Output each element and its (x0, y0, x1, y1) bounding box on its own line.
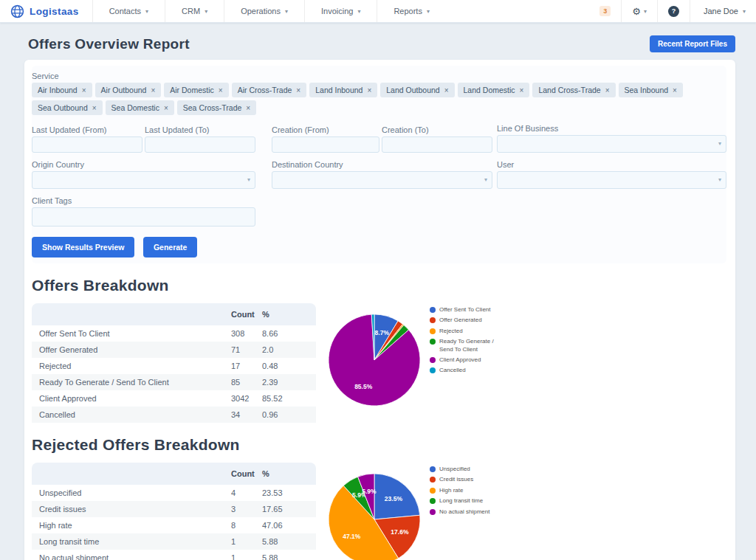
pie-chart-container: 23.5%17.6%47.1%5.9%5.9% (326, 463, 422, 560)
nav-menu-label: CRM (182, 7, 200, 15)
legend-dot-icon (430, 317, 436, 323)
remove-tag-icon[interactable]: × (246, 104, 250, 112)
chevron-down-icon: ▾ (145, 8, 148, 15)
legend-item: Rejected (430, 328, 505, 335)
legend-item: Unspecified (430, 466, 505, 473)
remove-tag-icon[interactable]: × (82, 86, 86, 94)
nav-menu-invoicing[interactable]: Invoicing ▾ (304, 0, 377, 22)
user-menu[interactable]: Jane Doe ▾ (690, 0, 756, 22)
chevron-down-icon: ▾ (357, 8, 360, 15)
service-tag[interactable]: Air Cross-Trade× (232, 83, 307, 97)
service-tag[interactable]: Land Cross-Trade× (532, 83, 615, 97)
legend-dot-icon (430, 307, 436, 313)
legend-label: No actual shipment (439, 508, 489, 516)
service-tag[interactable]: Air Domestic× (164, 83, 228, 97)
table-row: Credit issues317.65 (32, 501, 316, 517)
table-cell: Offer Generated (32, 345, 231, 354)
service-tag-label: Land Cross-Trade (538, 86, 600, 94)
service-tag-label: Land Domestic (464, 86, 515, 94)
remove-tag-icon[interactable]: × (151, 86, 155, 94)
client-tags-input[interactable] (32, 207, 255, 227)
table-body: Offer Sent To Client3088.66Offer Generat… (32, 325, 316, 423)
legend-dot-icon (430, 498, 436, 504)
rejected-breakdown-title: Rejected Offers Breakdown (32, 436, 726, 454)
settings-menu[interactable]: ⚙ ▾ (621, 0, 657, 22)
recent-report-files-button[interactable]: Recent Report Files (650, 35, 735, 52)
remove-tag-icon[interactable]: × (444, 86, 449, 94)
table-cell: 0.48 (262, 362, 316, 370)
show-results-preview-button[interactable]: Show Results Preview (32, 237, 134, 257)
table-cell: 3042 (231, 394, 262, 403)
origin-country-select[interactable] (32, 171, 255, 189)
legend-label: Client Approved (439, 356, 481, 364)
user-select[interactable] (497, 171, 726, 189)
remove-tag-icon[interactable]: × (367, 86, 371, 94)
remove-tag-icon[interactable]: × (605, 86, 610, 94)
destination-country-select[interactable] (272, 171, 492, 189)
service-tag-label: Sea Inbound (625, 86, 669, 94)
table-row: Client Approved304285.52 (32, 390, 316, 407)
service-tag[interactable]: Land Domestic× (458, 83, 530, 97)
service-tag[interactable]: Sea Cross-Trade× (177, 100, 256, 115)
service-tag[interactable]: Land Outbound× (380, 83, 454, 97)
service-tag[interactable]: Sea Inbound× (619, 83, 683, 97)
pie-slice-label: 8.7% (375, 329, 390, 336)
table-cell: 47.06 (262, 521, 316, 530)
pie-slice-label: 85.5% (354, 383, 373, 390)
nav-menu-operations[interactable]: Operations ▾ (224, 0, 304, 22)
service-tag-label: Land Outbound (386, 86, 439, 94)
creation-to-input[interactable] (382, 136, 492, 153)
last-updated-to-label: Last Updated (To) (145, 125, 255, 134)
remove-tag-icon[interactable]: × (92, 104, 97, 112)
line-of-business-select[interactable] (497, 135, 726, 153)
count-column-header: Count (231, 310, 262, 319)
table-row: Offer Sent To Client3088.66 (32, 325, 316, 342)
table-cell: Credit issues (32, 505, 231, 514)
help-button[interactable]: ? (657, 0, 690, 22)
remove-tag-icon[interactable]: × (520, 86, 524, 94)
creation-from-input[interactable] (272, 136, 379, 153)
rejected-breakdown-section: Count % Unspecified423.53Credit issues31… (32, 463, 726, 560)
remove-tag-icon[interactable]: × (673, 86, 677, 94)
table-row: Long transit time15.88 (32, 533, 316, 550)
last-updated-from-input[interactable] (32, 136, 142, 153)
service-tag[interactable]: Land Inbound× (309, 83, 377, 97)
legend-dot-icon (430, 466, 436, 472)
remove-tag-icon[interactable]: × (296, 86, 300, 94)
notification-badge[interactable]: 3 (599, 6, 611, 16)
table-row: High rate847.06 (32, 517, 316, 533)
table-cell: Long transit time (32, 537, 231, 546)
service-tag[interactable]: Sea Domestic× (106, 100, 174, 115)
pie-chart: 23.5%17.6%47.1%5.9%5.9% (326, 471, 422, 560)
generate-button[interactable]: Generate (143, 237, 198, 257)
table-row: Ready To Generate / Send To Client852.39 (32, 374, 316, 390)
filter-actions: Show Results Preview Generate (32, 237, 726, 257)
globe-logo-icon (10, 4, 24, 18)
nav-menu-reports[interactable]: Reports ▾ (377, 0, 446, 22)
table-cell: 85.52 (262, 394, 316, 403)
remove-tag-icon[interactable]: × (219, 86, 223, 94)
nav-menu-contacts[interactable]: Contacts ▾ (92, 0, 165, 22)
brand[interactable]: Logistaas (0, 0, 92, 22)
service-tag-label: Sea Domestic (111, 103, 159, 112)
service-tag[interactable]: Air Inbound× (32, 83, 92, 97)
last-updated-to-input[interactable] (145, 136, 255, 153)
legend-item: Ready To Generate / Send To Client (430, 338, 505, 353)
chevron-down-icon: ▾ (644, 8, 647, 15)
service-tag[interactable]: Sea Outbound× (32, 100, 103, 115)
pie-slice-label: 47.1% (343, 533, 361, 540)
remove-tag-icon[interactable]: × (164, 104, 168, 112)
service-tag[interactable]: Air Outbound× (95, 83, 162, 97)
pct-column-header: % (262, 469, 316, 478)
legend-label: High rate (439, 487, 463, 494)
table-cell: 308 (231, 329, 262, 338)
nav-menu-crm[interactable]: CRM ▾ (165, 0, 224, 22)
table-row: Unspecified423.53 (32, 485, 316, 501)
table-cell: 34 (231, 410, 262, 419)
chevron-down-icon: ▾ (427, 8, 430, 15)
gear-icon: ⚙ (632, 6, 641, 17)
table-body: Unspecified423.53Credit issues317.65High… (32, 485, 316, 560)
count-column-header: Count (231, 469, 262, 478)
table-header: Count % (32, 463, 316, 485)
legend-item: No actual shipment (430, 508, 505, 516)
